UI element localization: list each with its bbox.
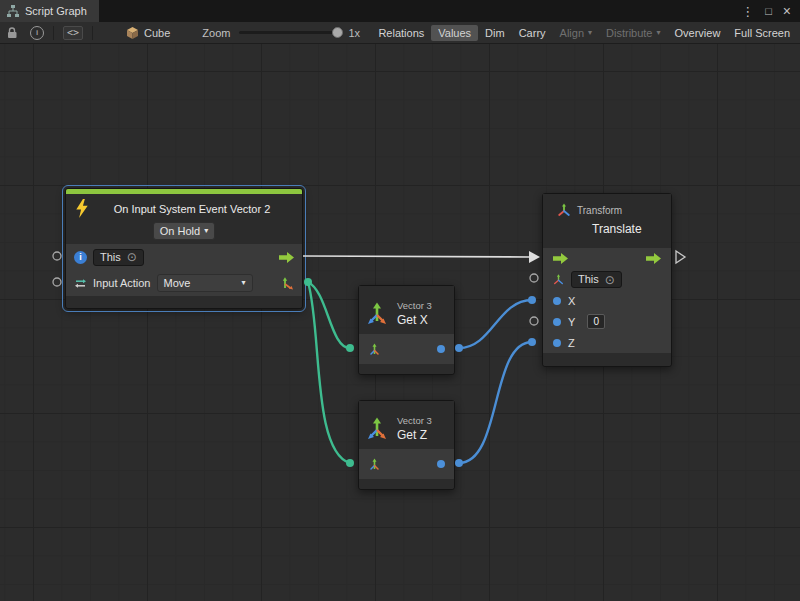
vector3-icon <box>365 416 389 440</box>
object-picker-icon[interactable]: ⊙ <box>605 275 615 285</box>
node-title: Get Z <box>397 428 432 442</box>
transform-this-row: This ⊙ <box>543 269 671 290</box>
input-action-icon <box>74 277 87 290</box>
this-object-field[interactable]: This ⊙ <box>93 249 144 266</box>
node-type: Vector 3 <box>397 415 432 426</box>
port-x-label: X <box>568 295 575 307</box>
tab-script-graph[interactable]: Script Graph <box>0 0 99 22</box>
zoom-value: 1x <box>348 27 360 39</box>
node-type: Transform <box>577 205 622 216</box>
close-icon[interactable]: × <box>783 3 791 19</box>
float-input-port[interactable] <box>553 297 561 305</box>
toolbar-button-overview[interactable]: Overview <box>668 25 728 41</box>
graph-toolbar: i <> Cube Zoom 1x Relations Values Dim C… <box>0 22 800 44</box>
node-on-input-system-event[interactable]: On Input System Event Vector 2 On Hold ▾… <box>65 188 303 309</box>
chevron-down-icon: ▾ <box>588 29 592 37</box>
transform-mini-icon <box>553 274 564 285</box>
tab-bar: Script Graph ⋮ □ × <box>0 0 800 23</box>
event-mode-dropdown[interactable]: On Hold ▾ <box>153 222 215 240</box>
toolbar-button-dim[interactable]: Dim <box>478 25 512 41</box>
transform-icon <box>557 203 571 217</box>
tab-title: Script Graph <box>25 5 87 17</box>
graph-object-breadcrumb[interactable]: Cube <box>126 26 170 40</box>
zoom-slider[interactable] <box>239 31 339 34</box>
float-input-port[interactable] <box>553 318 561 326</box>
node-get-z[interactable]: Vector 3 Get Z <box>358 400 455 490</box>
menu-kebab-icon[interactable]: ⋮ <box>741 4 754 19</box>
toolbar-separator <box>53 26 54 40</box>
transform-y-row: Y 0 <box>543 311 671 332</box>
event-input-action-row: Input Action Move ▾ <box>66 270 302 296</box>
toolbar-button-values[interactable]: Values <box>431 25 478 41</box>
info-icon[interactable]: i <box>30 26 44 40</box>
window-controls: ⋮ □ × <box>741 0 800 22</box>
zoom-label: Zoom <box>202 27 230 39</box>
vector3-input-port[interactable] <box>368 343 381 356</box>
vector3-input-port[interactable] <box>368 458 381 471</box>
get-x-port-row <box>359 334 454 364</box>
toolbar-button-relations[interactable]: Relations <box>371 25 431 41</box>
lightning-icon <box>74 199 90 218</box>
cube-icon <box>126 26 139 40</box>
toolbar-separator <box>92 26 93 40</box>
toolbar-buttons: Relations Values Dim Carry Align ▾ Distr… <box>371 25 800 41</box>
node-transform-translate[interactable]: Transform Translate This ⊙ <box>542 193 672 367</box>
float-output-port[interactable] <box>437 460 445 468</box>
vector3-icon <box>365 301 389 325</box>
chevron-down-icon: ▾ <box>657 29 661 37</box>
object-name: Cube <box>144 27 170 39</box>
chevron-down-icon: ▾ <box>241 279 245 287</box>
toolbar-button-fullscreen[interactable]: Full Screen <box>727 25 797 41</box>
flow-input-port[interactable] <box>553 253 568 264</box>
node-type: Vector 3 <box>397 300 432 311</box>
chevron-down-icon: ▾ <box>204 227 208 235</box>
script-graph-icon <box>7 5 19 17</box>
float-input-port[interactable] <box>553 339 561 347</box>
transform-x-row: X <box>543 290 671 311</box>
y-value-input[interactable]: 0 <box>587 314 605 329</box>
input-action-dropdown[interactable]: Move ▾ <box>157 274 253 292</box>
toolbar-button-carry[interactable]: Carry <box>512 25 553 41</box>
object-picker-icon[interactable]: ⊙ <box>127 252 137 262</box>
toolbar-button-distribute[interactable]: Distribute ▾ <box>599 25 667 41</box>
flow-output-port[interactable] <box>646 253 661 264</box>
zoom-slider-knob[interactable] <box>332 27 343 38</box>
get-z-port-row <box>359 449 454 479</box>
toolbar-button-align[interactable]: Align ▾ <box>553 25 599 41</box>
transform-flow-row <box>543 248 671 269</box>
vector2-output-port[interactable] <box>280 276 294 290</box>
float-output-port[interactable] <box>437 345 445 353</box>
input-action-label: Input Action <box>93 277 151 289</box>
code-icon[interactable]: <> <box>63 26 83 40</box>
maximize-icon[interactable]: □ <box>765 5 772 17</box>
this-object-field[interactable]: This ⊙ <box>571 271 622 288</box>
node-title: On Input System Event Vector 2 <box>90 203 294 215</box>
node-title: Get X <box>397 313 432 327</box>
node-title: Translate <box>592 222 662 236</box>
lock-icon[interactable] <box>6 26 18 39</box>
transform-z-row: Z <box>543 332 671 353</box>
object-info-icon: i <box>74 251 87 264</box>
port-y-label: Y <box>568 316 575 328</box>
node-get-x[interactable]: Vector 3 Get X <box>358 285 455 375</box>
port-z-label: Z <box>568 337 575 349</box>
event-this-row: i This ⊙ <box>66 244 302 270</box>
flow-output-port[interactable] <box>279 252 294 263</box>
